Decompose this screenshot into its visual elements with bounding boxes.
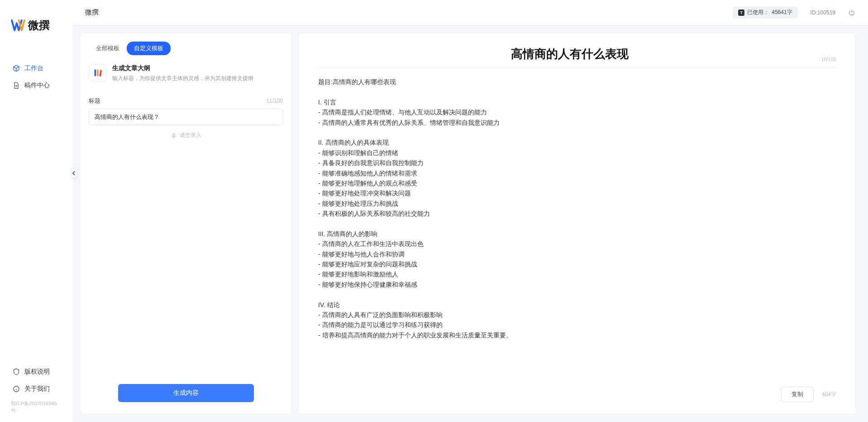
template-desc: 输入标题，为你提供文章主体的灵感，并为其创建推文提纲 xyxy=(112,75,253,82)
t-badge-icon: T xyxy=(738,9,744,16)
template-tabs: 全部模板 自定义模板 xyxy=(81,33,291,55)
cube-icon xyxy=(13,65,20,72)
nav-drafts[interactable]: 稿件中心 xyxy=(0,77,72,94)
user-id: ID:100519 xyxy=(811,9,835,16)
template-title: 生成文章大纲 xyxy=(112,64,253,72)
title-char-count: 10/100 xyxy=(821,57,836,62)
nav-copyright[interactable]: 版权说明 xyxy=(0,363,72,380)
usage-value: 45641字 xyxy=(772,9,792,16)
doc-title: 高情商的人有什么表现 xyxy=(318,46,821,62)
icp-text: 鄂ICP备2022016946号 xyxy=(0,398,72,414)
document-icon xyxy=(13,82,20,89)
nav-label: 稿件中心 xyxy=(24,81,50,90)
logo-text: 微撰 xyxy=(28,18,50,33)
copy-button[interactable]: 复制 xyxy=(781,387,814,402)
svg-rect-1 xyxy=(173,133,175,136)
usage-label: 已使用： xyxy=(747,9,769,16)
nav-workbench[interactable]: 工作台 xyxy=(0,60,72,77)
power-icon[interactable] xyxy=(848,9,855,16)
mic-icon xyxy=(171,133,177,139)
shield-icon xyxy=(13,368,20,375)
title-input[interactable] xyxy=(89,109,283,125)
logo-icon xyxy=(11,19,25,32)
doc-body-text: 题目:高情商的人有哪些表现 I. 引言 - 高情商是指人们处理情绪、与他人互动以… xyxy=(318,77,836,340)
nav-label: 关于我们 xyxy=(24,385,50,393)
logo: 微撰 xyxy=(0,0,72,46)
nav-about[interactable]: 关于我们 xyxy=(0,380,72,398)
nav-label: 版权说明 xyxy=(24,368,50,376)
doc-body[interactable]: 题目:高情商的人有哪些表现 I. 引言 - 高情商是指人们处理情绪、与他人互动以… xyxy=(299,68,855,379)
nav: 工作台 稿件中心 xyxy=(0,46,72,359)
char-count: 11/100 xyxy=(266,98,283,104)
info-icon xyxy=(13,385,20,393)
nav-label: 工作台 xyxy=(24,64,43,72)
tab-all-templates[interactable]: 全部模板 xyxy=(89,42,127,55)
voice-input-hint[interactable]: 请空录入 xyxy=(89,125,283,146)
tab-custom-templates[interactable]: 自定义模板 xyxy=(127,42,171,55)
header-title: 微撰 xyxy=(85,8,99,17)
usage-pill[interactable]: T 已使用： 45641字 xyxy=(733,6,797,19)
left-panel: 全部模板 自定义模板 生成文章大纲 输入标题，为你提供文章主体的灵感，并为其创建… xyxy=(81,33,291,414)
generate-button[interactable]: 生成内容 xyxy=(118,384,254,402)
word-count: 404字 xyxy=(822,391,836,398)
field-label-title: 标题 xyxy=(89,97,100,105)
template-card: 生成文章大纲 输入标题，为你提供文章主体的灵感，并为其创建推文提纲 xyxy=(81,55,291,89)
collapse-sidebar-button[interactable] xyxy=(71,168,77,178)
sidebar: 微撰 工作台 稿件中心 版权说明 xyxy=(0,0,72,422)
template-icon xyxy=(89,64,106,81)
right-panel: 高情商的人有什么表现 10/100 题目:高情商的人有哪些表现 I. 引言 - … xyxy=(299,33,855,414)
voice-hint-text: 请空录入 xyxy=(180,132,201,139)
sidebar-bottom: 版权说明 关于我们 鄂ICP备2022016946号 xyxy=(0,359,72,422)
header: 微撰 T 已使用： 45641字 ID:100519 xyxy=(72,0,868,25)
